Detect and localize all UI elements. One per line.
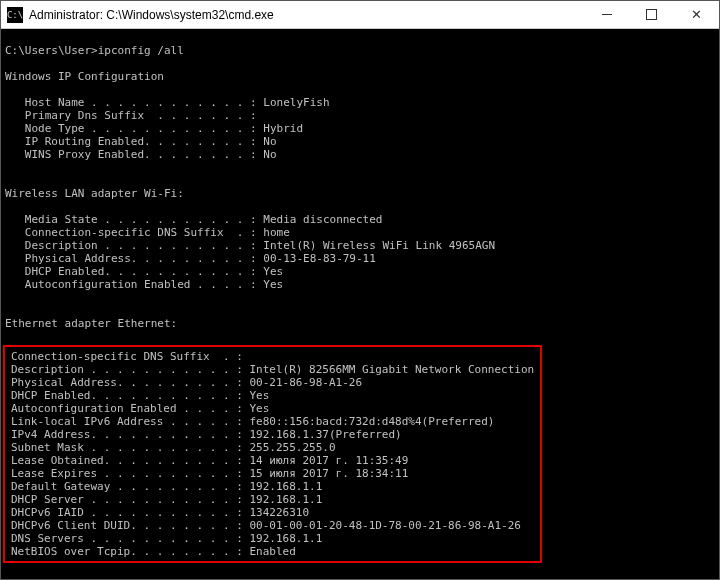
prompt-command: ipconfig /all [98,44,184,57]
section-header: Ethernet adapter Ethernet: [5,317,177,330]
row-value: Media disconnected [263,213,382,226]
cmd-window: C:\ Administrator: C:\Windows\system32\c… [0,0,720,580]
row-label: Autoconfiguration Enabled . . . . : [11,402,249,415]
row-label: Default Gateway . . . . . . . . . : [11,480,249,493]
row-value: Yes [263,278,283,291]
config-row: Autoconfiguration Enabled . . . . : Yes [5,278,715,291]
row-value: Hybrid [263,122,303,135]
config-row: NetBIOS over Tcpip. . . . . . . . : Enab… [11,545,534,558]
row-label: Primary Dns Suffix . . . . . . . : [5,109,263,122]
row-value: Enabled [249,545,295,558]
config-row: DHCP Enabled. . . . . . . . . . . : Yes [5,265,715,278]
row-label: NetBIOS over Tcpip. . . . . . . . : [11,545,249,558]
row-label: DHCP Enabled. . . . . . . . . . . : [5,265,263,278]
row-label: Lease Expires . . . . . . . . . . : [11,467,249,480]
config-row: Lease Obtained. . . . . . . . . . : 14 и… [11,454,534,467]
row-value: 00-01-00-01-20-48-1D-78-00-21-86-98-A1-2… [249,519,521,532]
config-row: Connection-specific DNS Suffix . : home [5,226,715,239]
config-row: Host Name . . . . . . . . . . . . : Lone… [5,96,715,109]
maximize-button[interactable] [629,1,674,28]
config-row: WINS Proxy Enabled. . . . . . . . : No [5,148,715,161]
cmd-icon: C:\ [7,7,23,23]
host-config-block: Host Name . . . . . . . . . . . . : Lone… [5,96,715,161]
close-button[interactable] [674,1,719,28]
minimize-button[interactable] [584,1,629,28]
row-label: Physical Address. . . . . . . . . : [11,376,249,389]
section-header: Wireless LAN adapter Wi-Fi: [5,187,184,200]
section-header: Tunnel adapter Local Area Connection* 2: [5,578,270,579]
row-value: Yes [263,265,283,278]
window-controls [584,1,719,28]
row-value: 00-21-86-98-A1-26 [249,376,362,389]
row-label: Connection-specific DNS Suffix . : [11,350,249,363]
section-header: Windows IP Configuration [5,70,164,83]
config-row: Autoconfiguration Enabled . . . . : Yes [11,402,534,415]
row-value: 134226310 [249,506,309,519]
row-label: Subnet Mask . . . . . . . . . . . : [11,441,249,454]
row-value: Yes [249,402,269,415]
config-row: Subnet Mask . . . . . . . . . . . : 255.… [11,441,534,454]
row-label: DHCPv6 Client DUID. . . . . . . . : [11,519,249,532]
row-label: Connection-specific DNS Suffix . : [5,226,263,239]
row-label: Description . . . . . . . . . . . : [5,239,263,252]
config-row: Media State . . . . . . . . . . . : Medi… [5,213,715,226]
config-row: Connection-specific DNS Suffix . : [11,350,534,363]
row-label: IP Routing Enabled. . . . . . . . : [5,135,263,148]
window-title: Administrator: C:\Windows\system32\cmd.e… [29,8,584,22]
row-label: Node Type . . . . . . . . . . . . : [5,122,263,135]
row-value: 192.168.1.1 [249,480,322,493]
titlebar[interactable]: C:\ Administrator: C:\Windows\system32\c… [1,1,719,29]
row-label: Autoconfiguration Enabled . . . . : [5,278,263,291]
config-row: Description . . . . . . . . . . . : Inte… [11,363,534,376]
row-value: 192.168.1.1 [249,493,322,506]
row-label: DHCPv6 IAID . . . . . . . . . . . : [11,506,249,519]
ethernet-highlighted-box: Connection-specific DNS Suffix . : Descr… [3,345,542,563]
config-row: DHCPv6 IAID . . . . . . . . . . . : 1342… [11,506,534,519]
config-row: DNS Servers . . . . . . . . . . . : 192.… [11,532,534,545]
row-value: fe80::156:bacd:732d:d48d%4(Preferred) [249,415,494,428]
config-row: Lease Expires . . . . . . . . . . : 15 и… [11,467,534,480]
row-value: 15 июля 2017 г. 18:34:11 [249,467,408,480]
row-label: DNS Servers . . . . . . . . . . . : [11,532,249,545]
row-label: Link-local IPv6 Address . . . . . : [11,415,249,428]
config-row: Node Type . . . . . . . . . . . . : Hybr… [5,122,715,135]
config-row: Description . . . . . . . . . . . : Inte… [5,239,715,252]
config-row: DHCP Enabled. . . . . . . . . . . : Yes [11,389,534,402]
config-row: IPv4 Address. . . . . . . . . . . : 192.… [11,428,534,441]
config-row: Physical Address. . . . . . . . . : 00-2… [11,376,534,389]
config-row: IP Routing Enabled. . . . . . . . : No [5,135,715,148]
row-label: Media State . . . . . . . . . . . : [5,213,263,226]
row-value: Intel(R) Wireless WiFi Link 4965AGN [263,239,495,252]
ethernet-adapter-block: Connection-specific DNS Suffix . : Descr… [11,350,534,558]
row-value: LonelyFish [263,96,329,109]
config-row: Link-local IPv6 Address . . . . . : fe80… [11,415,534,428]
row-label: DHCP Server . . . . . . . . . . . : [11,493,249,506]
config-row: Primary Dns Suffix . . . . . . . : [5,109,715,122]
row-value: 192.168.1.1 [249,532,322,545]
row-value: 255.255.255.0 [249,441,335,454]
config-row: DHCP Server . . . . . . . . . . . : 192.… [11,493,534,506]
row-label: IPv4 Address. . . . . . . . . . . : [11,428,249,441]
row-value: No [263,148,276,161]
prompt-path: C:\Users\User> [5,44,98,57]
wifi-adapter-block: Media State . . . . . . . . . . . : Medi… [5,213,715,291]
row-label: WINS Proxy Enabled. . . . . . . . : [5,148,263,161]
row-value: home [263,226,290,239]
row-label: Physical Address. . . . . . . . . : [5,252,263,265]
row-value: Yes [249,389,269,402]
row-label: DHCP Enabled. . . . . . . . . . . : [11,389,249,402]
config-row: Default Gateway . . . . . . . . . : 192.… [11,480,534,493]
row-label: Lease Obtained. . . . . . . . . . : [11,454,249,467]
row-value: 192.168.1.37(Preferred) [249,428,401,441]
row-label: Host Name . . . . . . . . . . . . : [5,96,263,109]
row-value: Intel(R) 82566MM Gigabit Network Connect… [249,363,534,376]
terminal-output[interactable]: C:\Users\User>ipconfig /all Windows IP C… [1,29,719,579]
config-row: DHCPv6 Client DUID. . . . . . . . : 00-0… [11,519,534,532]
row-value: 14 июля 2017 г. 11:35:49 [249,454,408,467]
row-label: Description . . . . . . . . . . . : [11,363,249,376]
config-row: Physical Address. . . . . . . . . : 00-1… [5,252,715,265]
row-value: 00-13-E8-83-79-11 [263,252,376,265]
row-value: No [263,135,276,148]
